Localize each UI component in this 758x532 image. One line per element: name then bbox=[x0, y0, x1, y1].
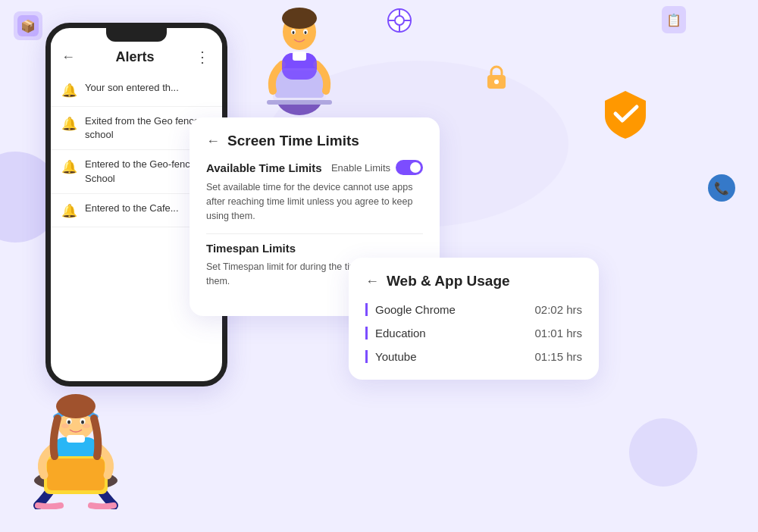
svg-rect-27 bbox=[293, 52, 306, 61]
usage-item-education[interactable]: Education 01:01 hrs bbox=[365, 327, 582, 340]
enable-limits-toggle[interactable] bbox=[396, 160, 423, 175]
screen-time-card-header: ← Screen Time Limits bbox=[206, 133, 423, 149]
svg-point-38 bbox=[81, 421, 84, 424]
alert-item-1[interactable]: 🔔 Your son entered th... bbox=[51, 74, 222, 107]
person-seated-illustration bbox=[0, 358, 152, 509]
svg-rect-19 bbox=[267, 100, 332, 105]
svg-point-40 bbox=[83, 424, 90, 428]
svg-rect-32 bbox=[47, 458, 105, 490]
svg-point-21 bbox=[282, 8, 317, 29]
available-time-section-title: Available Time Limits bbox=[206, 161, 322, 174]
shield-icon bbox=[599, 87, 652, 143]
svg-text:📦: 📦 bbox=[20, 19, 36, 33]
deco-icon-topright: 📋 bbox=[662, 6, 686, 36]
screen-time-title: Screen Time Limits bbox=[227, 133, 359, 149]
usage-time-chrome: 02:02 hrs bbox=[534, 303, 582, 316]
deco-geo-icon bbox=[387, 8, 412, 36]
available-time-desc: Set available time for the device cannot… bbox=[206, 180, 423, 223]
web-app-usage-card: ← Web & App Usage Google Chrome 02:02 hr… bbox=[349, 258, 599, 380]
timespan-section-row: Timespan Limits bbox=[206, 242, 423, 255]
deco-phone-icon: 📞 bbox=[708, 174, 735, 205]
enable-limits-row: Enable Limits bbox=[331, 160, 423, 175]
timespan-section-title: Timespan Limits bbox=[206, 242, 296, 255]
deco-lock-icon bbox=[485, 64, 508, 95]
svg-point-24 bbox=[293, 31, 295, 34]
svg-rect-41 bbox=[67, 435, 85, 443]
divider-1 bbox=[206, 233, 423, 234]
web-app-title: Web & App Usage bbox=[387, 273, 510, 289]
phone-notch bbox=[106, 28, 167, 42]
alert-text-1: Your son entered th... bbox=[85, 81, 179, 95]
usage-app-name-education: Education bbox=[375, 327, 426, 340]
usage-item-youtube[interactable]: Youtube 01:15 hrs bbox=[365, 350, 582, 363]
phone-menu-button[interactable]: ⋮ bbox=[195, 48, 211, 66]
usage-time-education: 01:01 hrs bbox=[534, 327, 582, 340]
alert-text-4: Entered to the Cafe... bbox=[85, 202, 179, 215]
web-app-header: ← Web & App Usage bbox=[365, 273, 582, 289]
svg-point-25 bbox=[305, 31, 307, 34]
usage-time-youtube: 01:15 hrs bbox=[534, 350, 582, 363]
alert-bell-icon-1: 🔔 bbox=[61, 83, 77, 99]
enable-limits-label: Enable Limits bbox=[331, 162, 390, 174]
alert-bell-icon-2: 🔔 bbox=[61, 116, 77, 132]
svg-point-39 bbox=[61, 424, 69, 428]
alert-bell-icon-4: 🔔 bbox=[61, 203, 77, 219]
phone-back-button[interactable]: ← bbox=[61, 49, 75, 65]
web-app-back-button[interactable]: ← bbox=[365, 274, 379, 289]
phone-title: Alerts bbox=[115, 49, 154, 65]
usage-list: Google Chrome 02:02 hrs Education 01:01 … bbox=[365, 303, 582, 363]
usage-app-name-chrome: Google Chrome bbox=[375, 303, 456, 316]
svg-point-34 bbox=[56, 394, 96, 418]
screen-time-back-button[interactable]: ← bbox=[206, 133, 220, 149]
phone-header: ← Alerts ⋮ bbox=[51, 42, 222, 70]
person-standing-illustration bbox=[250, 0, 349, 117]
usage-item-chrome[interactable]: Google Chrome 02:02 hrs bbox=[365, 303, 582, 316]
available-time-row: Available Time Limits Enable Limits bbox=[206, 160, 423, 175]
svg-point-14 bbox=[494, 80, 499, 84]
usage-app-name-youtube: Youtube bbox=[375, 350, 417, 363]
svg-text:📋: 📋 bbox=[666, 13, 681, 27]
deco-box-topleft: 📦 bbox=[14, 11, 42, 43]
svg-text:📞: 📞 bbox=[714, 181, 729, 196]
alert-bell-icon-3: 🔔 bbox=[61, 159, 77, 175]
svg-point-37 bbox=[67, 421, 70, 424]
